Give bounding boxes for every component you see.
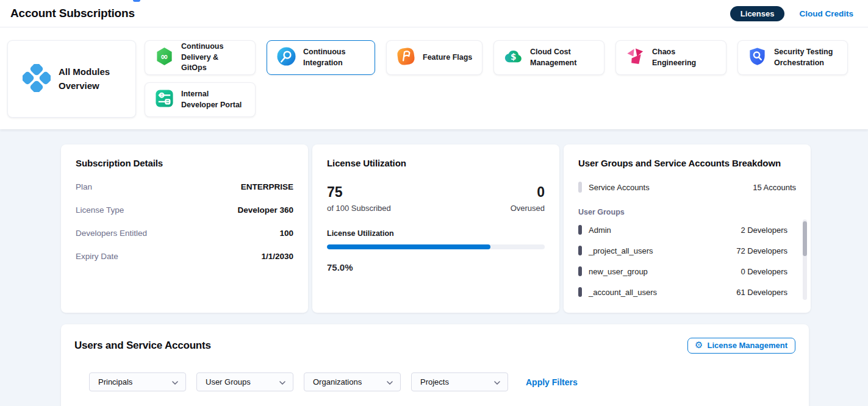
- overused-caption: Overused: [511, 204, 545, 213]
- module-tile-label: Security Testing Orchestration: [774, 47, 838, 68]
- chevron-down-icon: [494, 377, 500, 386]
- users-section-title: Users and Service Accounts: [74, 340, 211, 352]
- detail-value: 1/1/2030: [261, 252, 293, 261]
- module-tile-label: Cloud Cost Management: [530, 47, 589, 68]
- module-tile-label: Internal Developer Portal: [181, 89, 246, 110]
- svg-text:∞: ∞: [160, 51, 168, 62]
- user-groups-dropdown[interactable]: User Groups: [196, 372, 293, 391]
- users-service-accounts-card: Users and Service Accounts ⚙ License Man…: [61, 324, 809, 406]
- user-groups-list: Admin 2 Developers _project_all_users 72…: [578, 219, 796, 302]
- gear-icon: ⚙: [695, 341, 703, 350]
- organizations-dropdown[interactable]: Organizations: [304, 372, 401, 391]
- module-tiles-strip: All Modules Overview ∞ Continuous Delive…: [0, 27, 868, 129]
- utilization-bar-fill: [327, 244, 490, 249]
- tab-cloud-credits[interactable]: Cloud Credits: [799, 9, 853, 18]
- tile-cloud-cost-management[interactable]: $ Cloud Cost Management: [493, 40, 604, 75]
- detail-row: Developers Entitled 100: [76, 229, 293, 238]
- all-modules-icon: [23, 64, 51, 94]
- license-utilization-card: License Utilization 75 of 100 Subscribed…: [312, 144, 559, 313]
- detail-row: Expiry Date 1/1/2030: [76, 252, 293, 261]
- page-header: Account Subscriptions Licenses Cloud Cre…: [0, 0, 868, 27]
- subscription-details-title: Subscription Details: [76, 158, 293, 168]
- user-group-marker-icon: [578, 266, 582, 276]
- subscription-details-card: Subscription Details Plan ENTERPRISE Lic…: [61, 144, 308, 313]
- header-tabs: Licenses Cloud Credits: [730, 6, 853, 21]
- chevron-down-icon: [387, 377, 393, 386]
- tile-continuous-delivery-gitops[interactable]: ∞ Continuous Delivery & GitOps: [145, 40, 256, 75]
- user-groups-dropdown-label: User Groups: [206, 377, 251, 386]
- detail-label: License Type: [76, 205, 124, 215]
- tile-chaos-engineering[interactable]: Chaos Engineering: [615, 40, 726, 75]
- tile-internal-developer-portal[interactable]: Internal Developer Portal: [145, 82, 256, 117]
- detail-label: Plan: [76, 182, 92, 191]
- detail-label: Expiry Date: [76, 252, 118, 261]
- breakdown-title: User Groups and Service Accounts Breakdo…: [578, 158, 796, 168]
- tile-continuous-integration[interactable]: Continuous Integration: [267, 40, 375, 75]
- module-tiles-row-2: Internal Developer Portal: [145, 82, 848, 117]
- used-block: 75 of 100 Subscribed: [327, 184, 391, 213]
- all-modules-overview-label: All Modules Overview: [59, 65, 129, 93]
- tile-security-testing-orchestration[interactable]: Security Testing Orchestration: [737, 40, 848, 75]
- detail-value: 100: [279, 229, 293, 238]
- apply-filters-link[interactable]: Apply Filters: [526, 377, 578, 387]
- user-group-value: 72 Developers: [736, 246, 787, 255]
- ci-circle-magnifier-icon: [276, 46, 296, 69]
- license-management-label: License Management: [708, 341, 788, 350]
- detail-value: Developer 360: [237, 205, 293, 215]
- license-utilization-title: License Utilization: [327, 158, 545, 168]
- used-caption: of 100 Subscribed: [327, 204, 391, 213]
- user-group-marker-icon: [578, 287, 582, 297]
- utilization-numbers: 75 of 100 Subscribed 0 Overused: [327, 184, 545, 213]
- user-group-value: 2 Developers: [741, 226, 787, 235]
- users-section-header: Users and Service Accounts ⚙ License Man…: [74, 338, 795, 354]
- utilization-bar-track: [327, 244, 545, 249]
- module-tile-label: Continuous Integration: [303, 47, 356, 68]
- module-tile-label: Feature Flags: [423, 52, 472, 63]
- license-management-button[interactable]: ⚙ License Management: [687, 338, 795, 354]
- service-accounts-row: Service Accounts 15 Accounts: [578, 182, 796, 193]
- top-section: Account Subscriptions Licenses Cloud Cre…: [0, 0, 868, 129]
- module-tiles: ∞ Continuous Delivery & GitOps: [145, 40, 848, 117]
- user-group-name: _account_all_users: [589, 288, 657, 297]
- utilization-bar-label: License Utilization: [327, 229, 545, 238]
- tab-licenses[interactable]: Licenses: [730, 6, 785, 21]
- user-groups-label: User Groups: [578, 208, 796, 216]
- user-group-row: _project_all_users 72 Developers: [578, 240, 787, 261]
- user-group-name: _project_all_users: [589, 246, 653, 255]
- user-group-name: new_user_group: [589, 267, 648, 276]
- truncated-nav-icon: [133, 0, 140, 2]
- principals-dropdown[interactable]: Principals: [89, 372, 186, 391]
- tile-feature-flags[interactable]: Feature Flags: [386, 40, 482, 75]
- feature-flag-icon: [396, 46, 416, 69]
- detail-value: ENTERPRISE: [241, 182, 293, 191]
- chevron-down-icon: [279, 377, 285, 386]
- principals-dropdown-label: Principals: [98, 377, 132, 386]
- overused-count: 0: [511, 184, 545, 201]
- organizations-dropdown-label: Organizations: [313, 377, 362, 386]
- summary-cards-row: Subscription Details Plan ENTERPRISE Lic…: [0, 129, 868, 313]
- detail-row: Plan ENTERPRISE: [76, 182, 293, 191]
- user-group-row: _account_all_users 61 Developers: [578, 282, 787, 302]
- user-group-row: Admin 2 Developers: [578, 219, 787, 240]
- detail-label: Developers Entitled: [76, 229, 147, 238]
- user-group-name: Admin: [589, 226, 611, 235]
- module-tile-label: Continuous Delivery & GitOps: [181, 41, 246, 74]
- overused-block: 0 Overused: [511, 184, 545, 213]
- detail-row: License Type Developer 360: [76, 205, 293, 215]
- user-group-marker-icon: [578, 225, 582, 235]
- service-accounts-value: 15 Accounts: [753, 183, 796, 192]
- groups-scrollbar-track[interactable]: [803, 219, 807, 300]
- module-tiles-row-1: ∞ Continuous Delivery & GitOps: [145, 40, 848, 75]
- projects-dropdown[interactable]: Projects: [411, 372, 508, 391]
- groups-scrollbar-thumb[interactable]: [803, 221, 807, 256]
- user-group-marker-icon: [578, 246, 582, 255]
- service-accounts-marker-icon: [578, 182, 582, 193]
- page-title: Account Subscriptions: [10, 7, 135, 20]
- shield-magnifier-icon: [747, 46, 767, 69]
- user-group-row: new_user_group 0 Developers: [578, 261, 787, 282]
- tile-all-modules-overview[interactable]: All Modules Overview: [7, 40, 136, 118]
- sliders-icon: [154, 88, 174, 111]
- svg-text:$: $: [511, 52, 516, 62]
- breakdown-card: User Groups and Service Accounts Breakdo…: [564, 144, 811, 313]
- used-count: 75: [327, 184, 391, 201]
